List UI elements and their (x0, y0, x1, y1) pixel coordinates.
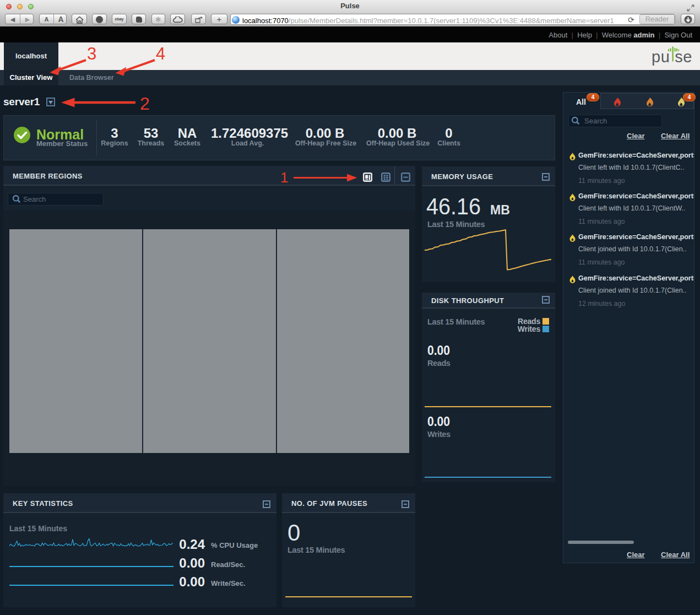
svg-text:4: 4 (156, 44, 165, 63)
svg-text:3: 3 (87, 44, 96, 63)
svg-text:2: 2 (140, 94, 150, 114)
svg-text:1: 1 (280, 169, 288, 186)
